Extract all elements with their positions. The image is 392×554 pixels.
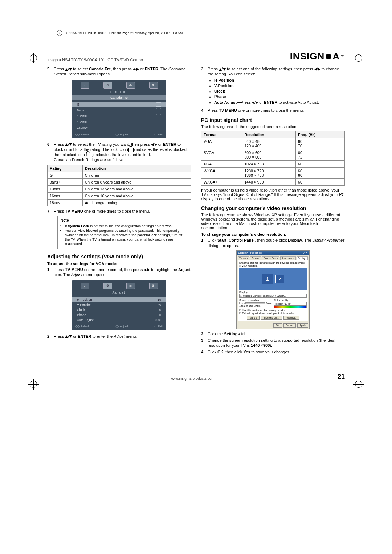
brand-logo: INSIGN A ™ — [290, 51, 345, 62]
menu-tab-icon: ⊞ — [149, 283, 158, 289]
monitor-1-icon: 1 — [262, 274, 273, 284]
heading-pc-chart: PC input signal chart — [201, 117, 345, 123]
note-box: Note If System Lock is not set to On, th… — [57, 216, 191, 249]
logo-dot-icon — [326, 54, 331, 59]
tab-screensaver: Screen Saver — [262, 256, 279, 260]
ratings-table: RatingDescription GChildren 8ans+Childre… — [47, 165, 191, 206]
product-name: Insignia NS-LTDVD19-09CA 19" LCD TV/DVD … — [47, 58, 143, 62]
left-arrow-icon — [151, 143, 154, 146]
tab-desktop: Desktop — [250, 256, 261, 260]
framemaker-icon: ✦ — [57, 30, 62, 36]
page-number: 21 — [338, 373, 345, 381]
lock-icon — [156, 126, 161, 130]
framemaker-status-bar: ✦ 08-1154 NS-LTDVD19-09CA - ENG.fm Page … — [54, 29, 338, 37]
display-select: 1. (Multiple Monitors) on INTEL(R) 82865… — [239, 294, 307, 298]
lock-icon — [156, 114, 161, 118]
menu-tab-icon: ⚙ — [103, 82, 112, 89]
right-step-3: 3 Press / to select one of the following… — [201, 66, 345, 106]
logo-tm: ™ — [341, 54, 345, 58]
tab-themes: Themes — [238, 256, 249, 260]
close-icon: ? ✕ — [303, 251, 308, 255]
subheading-change-res: To change your computer's video resoluti… — [201, 232, 345, 237]
menu-tab-icon: ◐ — [126, 82, 135, 89]
menu-title: Function — [72, 89, 166, 95]
up-arrow-icon — [65, 143, 68, 146]
menu-banner: Canada Fre — [72, 95, 166, 100]
change-intro: The following example shows Windows XP s… — [201, 213, 345, 230]
pc-intro: The following chart is the suggested scr… — [201, 124, 345, 129]
change-step-2: 2Click the Settings tab. — [201, 331, 345, 336]
lock-icon — [156, 120, 161, 124]
left-arrow-icon — [314, 68, 317, 71]
cancel-button: Cancel — [283, 323, 296, 327]
menu-tab-icon: ⊞ — [149, 82, 158, 89]
pc-signal-table: FormatResolutionFreq. (Hz) VGA640 × 480 … — [201, 131, 345, 186]
up-arrow-icon — [65, 335, 68, 338]
change-step-3: 3Change the screen resolution setting to… — [201, 338, 345, 348]
page-footer: www.insignia-products.com 21 — [47, 371, 345, 381]
ok-button: OK — [273, 323, 282, 327]
right-step-4: 4 Press TV MENU one or more times to clo… — [201, 108, 345, 113]
adjust-step-1: 1 Press TV MENU on the remote control, t… — [47, 267, 191, 278]
lock-icon — [156, 102, 161, 107]
tab-settings: Settings — [297, 256, 308, 260]
page-header: Insignia NS-LTDVD19-09CA 19" LCD TV/DVD … — [47, 51, 345, 63]
menu-tab-icon: ♪ — [81, 82, 89, 89]
monitor-2-icon: 2 — [275, 275, 284, 283]
change-step-1: 1 Click Start, Control Panel, then doubl… — [201, 238, 345, 248]
tab-appearance: Appearance — [280, 256, 296, 260]
lock-open-icon — [87, 153, 92, 157]
framemaker-text: 08-1154 NS-LTDVD19-09CA - ENG.fm Page 21… — [65, 31, 183, 35]
troubleshoot-button: Troubleshoot... — [261, 316, 282, 320]
menu-title: Adjust — [72, 290, 166, 296]
identify-button: Identify — [247, 316, 260, 320]
down-arrow-icon — [69, 68, 72, 71]
step-6: 6 Press / to select the TV rating you wa… — [47, 142, 191, 163]
step-5: 5 Press / to select Canada Fre, then pre… — [47, 66, 191, 77]
left-arrow-icon — [252, 101, 254, 104]
up-arrow-icon — [219, 68, 222, 71]
osd-function-menu-screenshot: ♪ ⚙ ◐ ⊞ Function Canada Fre G 8ans+ 13an… — [72, 80, 166, 138]
advanced-button: Advanced — [283, 316, 299, 320]
right-arrow-icon — [318, 68, 320, 71]
heading-change-res: Changing your computer's video resolutio… — [201, 205, 345, 211]
registration-mark-left — [30, 54, 37, 62]
osd-adjust-menu-screenshot: ♪ ⚙ ◐ ⊞ Adjust H-Position19 V-Position40… — [72, 280, 166, 330]
right-arrow-icon — [136, 68, 139, 71]
left-arrow-icon — [133, 68, 135, 71]
left-arrow-icon — [144, 268, 146, 271]
footer-url: www.insignia-products.com — [47, 377, 338, 381]
registration-mark-left-bottom — [30, 381, 37, 388]
windows-display-properties-screenshot: Display Properties? ✕ Themes Desktop Scr… — [236, 250, 310, 329]
step-7: 7 Press TV MENU one or more times to clo… — [47, 209, 191, 214]
lock-icon — [156, 108, 161, 112]
pc-outro: If your computer is using a video resolu… — [201, 188, 345, 201]
logo-text-post: A — [332, 51, 340, 62]
heading-adjust-vga: Adjusting the settings (VGA mode only) — [47, 254, 191, 259]
apply-button: Apply — [297, 323, 308, 327]
lock-closed-icon — [128, 148, 134, 152]
registration-mark-right-bottom — [355, 381, 362, 388]
menu-tab-icon: ♪ — [81, 283, 89, 289]
registration-mark-right — [355, 54, 362, 62]
menu-tab-icon: ⚙ — [103, 283, 112, 289]
logo-text-pre: INSIGN — [290, 51, 325, 62]
menu-tab-icon: ◐ — [126, 283, 135, 289]
change-step-4: 4Click OK, then click Yes to save your c… — [201, 349, 345, 354]
right-arrow-icon — [155, 143, 157, 146]
adjust-step-2: 2 Press / or ENTER to enter the Adjust m… — [47, 334, 191, 339]
up-arrow-icon — [65, 68, 68, 71]
subheading-adjust-vga: To adjust the settings for VGA mode: — [47, 262, 191, 266]
